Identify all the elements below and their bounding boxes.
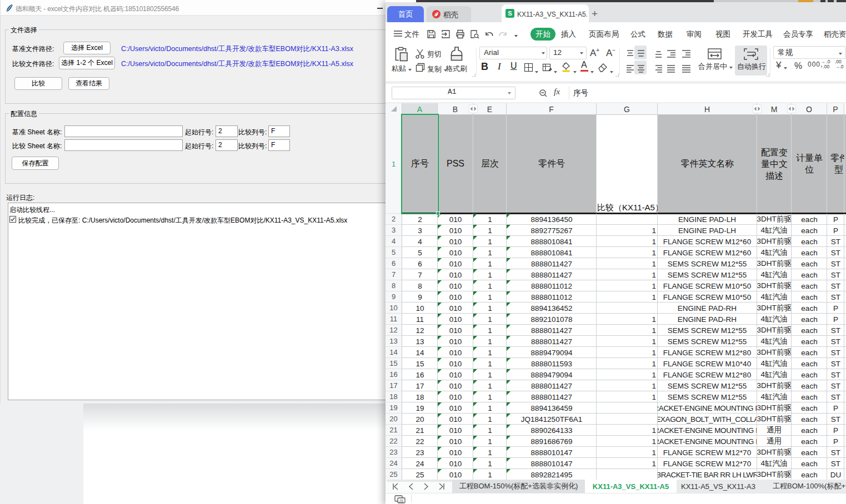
svg-text:JS: JS [398, 499, 404, 503]
